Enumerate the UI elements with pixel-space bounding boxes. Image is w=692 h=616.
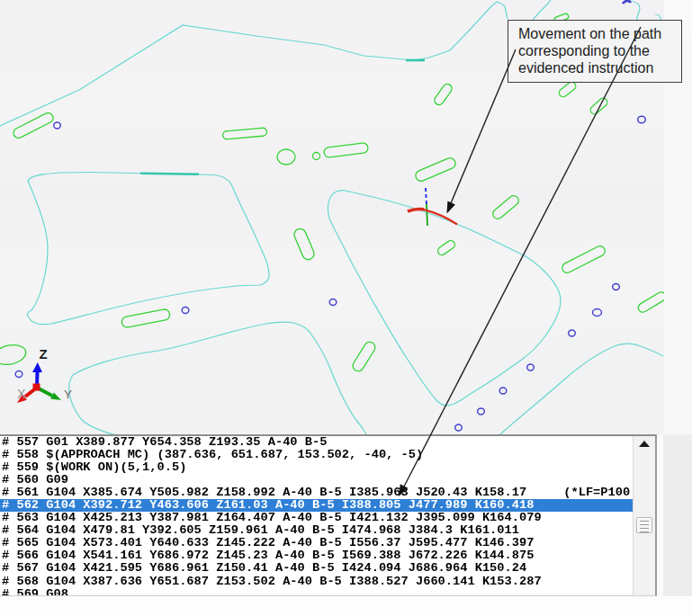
svg-text:Z: Z bbox=[40, 346, 48, 362]
svg-text:Y: Y bbox=[64, 388, 72, 401]
svg-text:X: X bbox=[17, 387, 26, 401]
